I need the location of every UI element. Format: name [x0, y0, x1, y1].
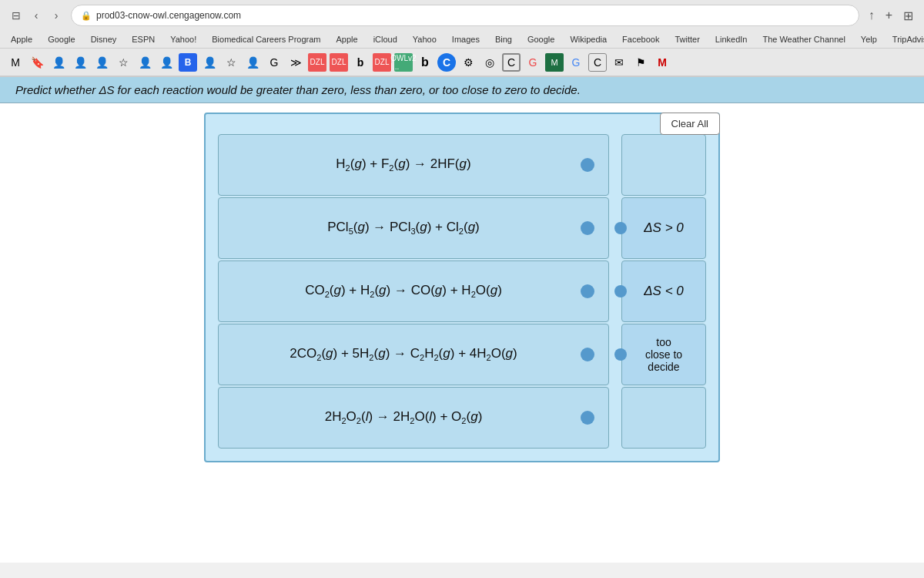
reaction-row-4: 2CO2(g) + 5H2(g) → C2H2(g) + 4H2O(g): [218, 324, 609, 385]
grid-button[interactable]: ⊞: [900, 7, 916, 25]
answer-dot-2: [614, 222, 627, 234]
ext-icon-7[interactable]: 👤: [157, 53, 176, 72]
address-bar[interactable]: 🔒 prod03-cnow-owl.cengagenow.com: [71, 5, 859, 26]
bookmark-tripadvisor[interactable]: TripAdvisor: [889, 33, 924, 45]
ext-icon-dl3[interactable]: DZL: [373, 53, 391, 72]
ext-icon-5[interactable]: ☆: [114, 53, 132, 72]
ext-icon-10[interactable]: G: [265, 53, 283, 72]
ext-icon-c2[interactable]: C: [502, 53, 521, 72]
page-header: Predict whether ΔS for each reaction wou…: [0, 77, 924, 103]
ext-icon-dl[interactable]: DZL: [308, 53, 326, 72]
ext-icon-g2[interactable]: G: [567, 53, 585, 72]
bookmark-twitter[interactable]: Twitter: [671, 33, 702, 45]
bookmark-biomedical[interactable]: Biomedical Careers Program: [209, 33, 323, 45]
reaction-row-2: PCl5(g) → PCl3(g) + Cl2(g): [218, 197, 609, 259]
browser-toolbar: ⊟ ‹ › 🔒 prod03-cnow-owl.cengagenow.com ↑…: [0, 0, 924, 31]
ext-icon-c3[interactable]: C: [588, 53, 607, 72]
main-content: Predict whether ΔS for each reaction wou…: [0, 77, 924, 563]
reaction-row-5: 2H2O2(l) → 2H2O(l) + O2(g): [218, 387, 609, 449]
bookmark-icloud[interactable]: iCloud: [370, 33, 400, 45]
bookmark-yahoo2[interactable]: Yahoo: [410, 33, 440, 45]
drag-handle-1[interactable]: [581, 158, 594, 172]
ext-icon-4[interactable]: 👤: [92, 53, 111, 72]
toolbar-actions: ↑ + ⊞: [865, 7, 916, 25]
widget-container: Clear All H2(g) + F2(g) → 2HF(g) PCl5(g)…: [204, 113, 720, 462]
ext-icon-c-blue[interactable]: C: [437, 53, 456, 72]
share-button[interactable]: ↑: [865, 7, 878, 24]
ext-icon-3[interactable]: 👤: [71, 53, 89, 72]
reactions-column: H2(g) + F2(g) → 2HF(g) PCl5(g) → PCl3(g)…: [218, 134, 609, 449]
ext-icon-8[interactable]: 👤: [200, 53, 219, 72]
bookmark-weather[interactable]: The Weather Channel: [759, 33, 848, 45]
bookmark-facebook[interactable]: Facebook: [619, 33, 662, 45]
ext-icon-b[interactable]: B: [179, 53, 197, 72]
ext-icon-11[interactable]: ≫: [286, 53, 305, 72]
reaction-formula-4: 2CO2(g) + 5H2(g) → C2H2(g) + 4H2O(g): [233, 346, 574, 362]
answer-dot-4: [614, 348, 627, 361]
bookmark-linkedin[interactable]: LinkedIn: [712, 33, 751, 45]
drag-handle-3[interactable]: [581, 284, 594, 298]
answer-text-4: tooclose todecide: [645, 336, 682, 373]
ext-icon-g[interactable]: G: [524, 53, 542, 72]
extension-bar: M 🔖 👤 👤 👤 ☆ 👤 👤 B 👤 ☆ 👤 G ≫ DZL DZL b DZ…: [0, 49, 924, 76]
ext-icon-9[interactable]: 👤: [243, 53, 262, 72]
reaction-row-3: CO2(g) + H2(g) → CO(g) + H2O(g): [218, 260, 609, 322]
answer-box-2[interactable]: ΔS > 0: [621, 197, 706, 259]
bookmark-wikipedia[interactable]: Wikipedia: [567, 33, 610, 45]
bookmark-google2[interactable]: Google: [524, 33, 557, 45]
url-text: prod03-cnow-owl.cengagenow.com: [96, 10, 241, 21]
back-button[interactable]: ‹: [28, 7, 45, 24]
reaction-row-1: H2(g) + F2(g) → 2HF(g): [218, 134, 609, 196]
bookmark-disney[interactable]: Disney: [88, 33, 120, 45]
ext-icon-flag[interactable]: ⚑: [631, 53, 650, 72]
ext-icon-excel[interactable]: M: [545, 53, 564, 72]
forward-button[interactable]: ›: [48, 7, 65, 24]
bookmark-apple[interactable]: Apple: [8, 33, 35, 45]
reaction-formula-3: CO2(g) + H2(g) → CO(g) + H2O(g): [233, 283, 574, 299]
clear-all-button[interactable]: Clear All: [660, 113, 720, 135]
ext-icon-star2[interactable]: ☆: [222, 53, 240, 72]
ext-icon-dl2[interactable]: DZL: [330, 53, 348, 72]
answer-text-3: ΔS < 0: [644, 284, 684, 299]
drag-handle-5[interactable]: [581, 411, 594, 425]
answer-dot-3: [614, 285, 627, 297]
gmail-icon[interactable]: M: [6, 53, 25, 72]
bookmarks-bar: Apple Google Disney ESPN Yahoo! Biomedic…: [0, 31, 924, 49]
answer-drop-5[interactable]: [621, 387, 706, 449]
bookmark-bing[interactable]: Bing: [492, 33, 515, 45]
page-header-text: Predict whether ΔS for each reaction wou…: [15, 83, 581, 96]
ext-owlv2[interactable]: OWLv2 |...: [394, 53, 413, 72]
bookmark-apple2[interactable]: Apple: [333, 33, 361, 45]
answer-box-3[interactable]: ΔS < 0: [621, 260, 706, 322]
bookmark-images[interactable]: Images: [449, 33, 483, 45]
bookmark-google[interactable]: Google: [45, 33, 78, 45]
bookmark-yelp[interactable]: Yelp: [858, 33, 880, 45]
ext-icon-circle[interactable]: ◎: [480, 53, 499, 72]
answer-box-4[interactable]: tooclose todecide: [621, 324, 706, 385]
ext-icon-m[interactable]: M: [653, 53, 671, 72]
ext-icon-bold2[interactable]: b: [416, 53, 434, 72]
ext-icon-bold[interactable]: b: [351, 53, 370, 72]
drag-handle-2[interactable]: [581, 221, 594, 235]
lock-icon: 🔒: [81, 11, 92, 21]
browser-chrome: ⊟ ‹ › 🔒 prod03-cnow-owl.cengagenow.com ↑…: [0, 0, 924, 77]
ext-icon-2[interactable]: 👤: [49, 53, 68, 72]
ext-icon-mail2[interactable]: ✉: [610, 53, 628, 72]
answer-text-2: ΔS > 0: [644, 220, 684, 236]
bookmark-espn[interactable]: ESPN: [129, 33, 158, 45]
ext-icon-1[interactable]: 🔖: [28, 53, 46, 72]
reaction-formula-5: 2H2O2(l) → 2H2O(l) + O2(g): [233, 409, 574, 425]
drag-handle-4[interactable]: [581, 348, 594, 361]
tab-layout-button[interactable]: ⊟: [8, 7, 25, 24]
add-tab-button[interactable]: +: [882, 7, 896, 24]
reaction-formula-2: PCl5(g) → PCl3(g) + Cl2(g): [233, 220, 574, 236]
drag-drop-area: H2(g) + F2(g) → 2HF(g) PCl5(g) → PCl3(g)…: [218, 134, 706, 449]
answer-drop-1[interactable]: [621, 134, 706, 196]
ext-icon-gear[interactable]: ⚙: [459, 53, 477, 72]
bookmark-yahoo[interactable]: Yahoo!: [167, 33, 199, 45]
ext-icon-6[interactable]: 👤: [136, 53, 154, 72]
nav-buttons: ⊟ ‹ ›: [8, 7, 65, 24]
reaction-formula-1: H2(g) + F2(g) → 2HF(g): [233, 156, 574, 173]
answers-column: ΔS > 0 ΔS < 0 tooclose todecide: [621, 134, 706, 449]
